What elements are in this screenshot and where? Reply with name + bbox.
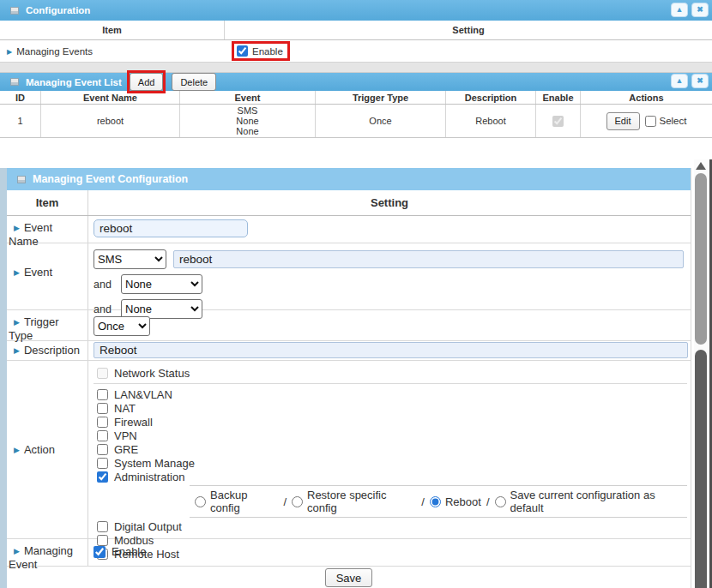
action-lan-vlan[interactable]: LAN&VLAN bbox=[94, 387, 687, 401]
action-label: ▶Action bbox=[7, 361, 88, 538]
close-icon[interactable]: ✖ bbox=[691, 3, 709, 17]
action-digital-output[interactable]: Digital Output bbox=[94, 519, 687, 533]
collapse-icon[interactable]: ▲ bbox=[671, 74, 688, 88]
col-actions: Actions bbox=[581, 91, 712, 104]
setting-column-header: Setting bbox=[225, 21, 712, 39]
action-administration[interactable]: Administration bbox=[94, 470, 687, 483]
panel-icon bbox=[17, 176, 26, 183]
option-restore-config[interactable]: Restore specific config bbox=[292, 489, 416, 514]
action-firewall[interactable]: Firewall bbox=[94, 415, 687, 429]
row-trigger-type: Once bbox=[316, 105, 446, 137]
col-trigger-type: Trigger Type bbox=[316, 91, 446, 104]
event-label: ▶Event bbox=[7, 243, 88, 309]
managing-event-label: ▶Managing Event bbox=[7, 539, 88, 566]
backup-config-radio[interactable] bbox=[195, 496, 206, 507]
add-button[interactable]: Add bbox=[130, 73, 164, 91]
action-system-manage[interactable]: System Manage bbox=[94, 456, 687, 470]
row-event-name: reboot bbox=[41, 105, 180, 137]
separator: / bbox=[486, 495, 490, 508]
managing-events-row: ▶Managing Events Enable bbox=[0, 40, 712, 63]
managing-event-enable-checkbox[interactable] bbox=[94, 546, 106, 558]
bullet-arrow-icon: ▶ bbox=[14, 268, 20, 277]
configuration-title: Configuration bbox=[26, 5, 90, 15]
enable-label: Enable bbox=[252, 46, 283, 57]
option-backup-config[interactable]: Backup config bbox=[195, 489, 278, 514]
save-button[interactable]: Save bbox=[325, 568, 373, 587]
row-select[interactable]: Select bbox=[645, 116, 687, 127]
gre-checkbox[interactable] bbox=[97, 444, 108, 455]
configuration-table-header: Item Setting bbox=[0, 21, 712, 40]
event-config-panel: Managing Event Configuration Item Settin… bbox=[0, 168, 691, 588]
option-reboot[interactable]: Reboot bbox=[430, 495, 481, 508]
nat-checkbox[interactable] bbox=[97, 403, 108, 414]
save-default-radio[interactable] bbox=[495, 496, 506, 507]
option-save-default[interactable]: Save current configuration as default bbox=[495, 489, 687, 514]
event-and1-select[interactable]: None bbox=[121, 274, 202, 294]
managing-events-label: ▶Managing Events bbox=[0, 46, 225, 57]
system-manage-checkbox[interactable] bbox=[97, 458, 108, 469]
col-enable: Enable bbox=[536, 91, 581, 104]
event-value-input[interactable] bbox=[173, 250, 684, 268]
restore-config-radio[interactable] bbox=[292, 496, 303, 507]
col-event: Event bbox=[180, 91, 316, 104]
event-type-select[interactable]: SMS bbox=[94, 249, 166, 269]
description-label: ▶Description bbox=[7, 341, 88, 360]
edit-button[interactable]: Edit bbox=[606, 112, 640, 130]
managing-events-enable-checkbox[interactable] bbox=[237, 45, 248, 57]
action-gre[interactable]: GRE bbox=[94, 442, 687, 456]
event-name-label: ▶Event Name bbox=[7, 216, 88, 243]
description-input[interactable] bbox=[94, 342, 688, 358]
network-status-checkbox bbox=[97, 368, 108, 379]
highlight-box-enable: Enable bbox=[232, 41, 290, 61]
event-list-table: ID Event Name Event Trigger Type Descrip… bbox=[0, 91, 712, 138]
administration-checkbox[interactable] bbox=[97, 471, 108, 483]
separator: / bbox=[283, 495, 287, 508]
managing-event-row: ▶Managing Event Enable bbox=[7, 539, 691, 567]
trigger-type-select[interactable]: Once bbox=[94, 316, 150, 336]
item-column-header: Item bbox=[0, 21, 225, 39]
bullet-arrow-icon: ▶ bbox=[14, 547, 20, 555]
managing-event-enable[interactable]: Enable bbox=[94, 545, 146, 558]
bullet-arrow-icon: ▶ bbox=[14, 446, 20, 454]
managing-events-enable[interactable]: Enable bbox=[234, 44, 287, 58]
vpn-checkbox[interactable] bbox=[97, 430, 108, 441]
event-list-header: Managing Event List Add Delete ▲ ✖ bbox=[0, 73, 712, 91]
page: Configuration ▲ ✖ Item Setting ▶Managing… bbox=[0, 0, 712, 588]
scrollbar-up-arrow-icon[interactable] bbox=[696, 162, 706, 170]
event-config-title: Managing Event Configuration bbox=[33, 173, 188, 185]
trigger-type-label: ▶Trigger Type bbox=[7, 310, 88, 340]
col-id: ID bbox=[0, 91, 41, 104]
collapse-icon[interactable]: ▲ bbox=[671, 3, 688, 17]
row-description: Reboot bbox=[446, 105, 536, 137]
highlight-box-add: Add bbox=[127, 70, 166, 93]
window-right-edge bbox=[709, 159, 712, 588]
lan-vlan-checkbox[interactable] bbox=[97, 389, 108, 400]
action-vpn[interactable]: VPN bbox=[94, 429, 687, 442]
event-name-input[interactable] bbox=[94, 219, 248, 237]
bullet-arrow-icon: ▶ bbox=[14, 224, 20, 232]
scrollbar-thumb-dark[interactable] bbox=[695, 350, 707, 588]
col-description: Description bbox=[446, 91, 536, 104]
event-name-row: ▶Event Name bbox=[7, 216, 691, 243]
scrollbar[interactable] bbox=[694, 159, 709, 588]
action-nat[interactable]: NAT bbox=[94, 401, 687, 415]
table-row: 1 reboot SMS None None Once Reboot Edit … bbox=[0, 105, 712, 137]
setting-column-header: Setting bbox=[88, 190, 691, 215]
bullet-arrow-icon: ▶ bbox=[7, 48, 12, 56]
row-enable-checkbox bbox=[552, 116, 564, 127]
row-event: SMS None None bbox=[180, 105, 316, 137]
delete-button[interactable]: Delete bbox=[172, 73, 216, 91]
scrollbar-thumb-light[interactable] bbox=[695, 173, 707, 345]
row-select-checkbox[interactable] bbox=[645, 116, 656, 127]
panel-icon bbox=[10, 78, 19, 86]
reboot-radio[interactable] bbox=[430, 496, 441, 507]
bullet-arrow-icon: ▶ bbox=[14, 318, 20, 327]
action-network-status: Network Status bbox=[94, 366, 687, 380]
administration-options: Backup config / Restore specific config … bbox=[190, 485, 687, 518]
close-icon[interactable]: ✖ bbox=[691, 74, 709, 88]
row-id: 1 bbox=[0, 105, 41, 137]
firewall-checkbox[interactable] bbox=[97, 417, 108, 428]
digital-output-checkbox[interactable] bbox=[97, 521, 108, 532]
and-label: and bbox=[94, 279, 114, 291]
description-row: ▶Description bbox=[7, 341, 691, 361]
